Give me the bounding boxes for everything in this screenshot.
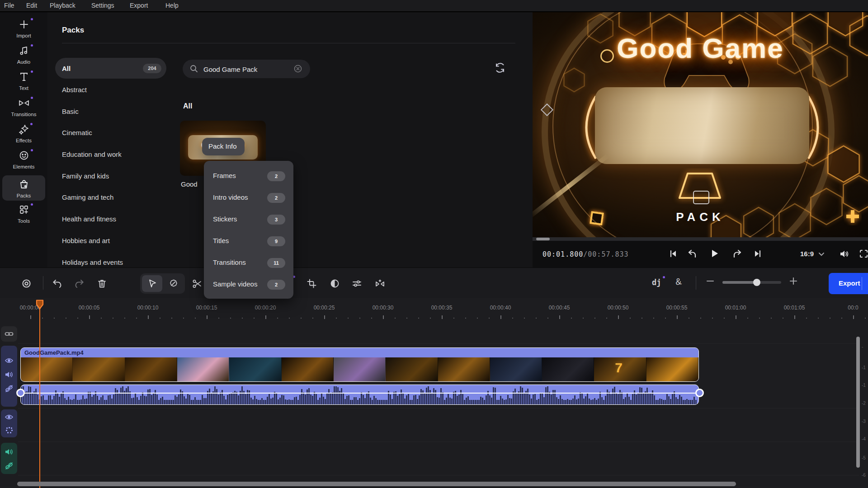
link-off-icon[interactable] [5, 462, 14, 470]
count-badge: 2 [267, 280, 285, 290]
sidebar-item-elements[interactable]: Elements [0, 150, 47, 169]
sidebar-item-effects[interactable]: Effects [0, 124, 47, 143]
preview-subtitle-text: PACK [533, 210, 868, 224]
category-cinematic[interactable]: Cinematic [62, 129, 92, 136]
timeline-zoom-slider[interactable] [722, 281, 781, 284]
meter-label: -3 [862, 419, 866, 424]
refresh-icon[interactable] [494, 62, 506, 74]
category-all[interactable]: All [62, 65, 71, 72]
menu-export[interactable]: Export [130, 2, 148, 9]
horizontal-scrollbar[interactable] [17, 482, 736, 486]
undo-icon[interactable] [52, 278, 62, 289]
category-holidays[interactable]: Holidays and events [62, 258, 123, 266]
aspect-ratio-select[interactable]: 16:9 [800, 250, 814, 258]
sidebar: Import Audio Text Transitions Effects [0, 12, 47, 267]
sidebar-item-packs[interactable]: Packs [0, 179, 47, 198]
ruler-label: 00:00:40 [490, 305, 511, 311]
elements-icon [19, 150, 29, 161]
zoom-in-icon[interactable] [789, 277, 797, 285]
sidebar-item-import[interactable]: Import [0, 19, 47, 38]
category-all-count: 204 [143, 64, 161, 73]
preview-volume-icon[interactable] [839, 249, 849, 259]
notification-dot [31, 149, 33, 151]
preview-seek-bar[interactable] [533, 237, 868, 241]
playhead-marker[interactable] [36, 300, 44, 310]
vertical-scrollbar[interactable] [856, 337, 860, 468]
category-abstract[interactable]: Abstract [62, 86, 87, 94]
zoom-slider-fill [722, 281, 756, 284]
sidebar-item-tools[interactable]: Tools [0, 204, 47, 224]
filmstrip-frame [542, 357, 594, 381]
audio-clip[interactable] [20, 385, 699, 405]
sidebar-item-text[interactable]: Text [0, 71, 47, 91]
panel-divider [62, 43, 515, 43]
link-icon [5, 330, 14, 338]
pack-card-name: Good [181, 180, 198, 188]
playhead-line[interactable] [39, 301, 40, 488]
chevron-down-icon[interactable] [818, 252, 825, 257]
video-clip[interactable]: GoodGamePack.mp4 7 [20, 347, 699, 382]
category-family[interactable]: Family and kids [62, 172, 109, 180]
panel-title: Packs [62, 26, 84, 35]
skip-to-end-icon[interactable] [753, 249, 763, 258]
menu-file[interactable]: File [4, 2, 14, 9]
filmstrip-frame [438, 357, 490, 381]
record-icon[interactable] [21, 278, 32, 289]
dots-icon[interactable] [5, 426, 14, 434]
jump-back-icon[interactable] [687, 249, 697, 259]
delete-icon[interactable] [97, 278, 107, 289]
sidebar-item-transitions[interactable]: Transitions [0, 98, 47, 117]
blade-tool-icon[interactable] [168, 278, 179, 289]
sidebar-item-audio[interactable]: Audio [0, 45, 47, 65]
volume-line[interactable] [21, 393, 698, 394]
transition-tool-icon[interactable] [374, 278, 386, 289]
timeline-toolbar: dj & Export [0, 267, 868, 299]
eye-icon[interactable] [5, 357, 14, 365]
zoom-slider-thumb[interactable] [753, 279, 760, 286]
menu-settings[interactable]: Settings [91, 2, 114, 9]
adjust-sliders-icon[interactable] [352, 278, 362, 289]
ruler-label: 00:00:30 [373, 305, 394, 311]
category-basic[interactable]: Basic [62, 108, 79, 115]
menu-help[interactable]: Help [165, 2, 179, 9]
contrast-icon[interactable] [330, 278, 340, 289]
export-button[interactable]: Export [829, 273, 868, 294]
pack-info-tooltip[interactable]: Pack Info [202, 138, 245, 155]
speaker-icon[interactable] [5, 371, 14, 379]
ruler-label: 00:00:45 [549, 305, 570, 311]
category-gaming[interactable]: Gaming and tech [62, 193, 113, 201]
redo-icon[interactable] [74, 278, 85, 289]
menu-edit[interactable]: Edit [26, 2, 37, 9]
search-clear-icon[interactable] [293, 64, 303, 74]
jump-forward-icon[interactable] [732, 249, 742, 259]
eye-icon[interactable] [5, 413, 14, 421]
audio-waveform [21, 385, 698, 404]
menu-playback[interactable]: Playback [50, 2, 75, 9]
filmstrip-frame [125, 357, 177, 381]
search-box[interactable] [183, 60, 310, 78]
magnetic-snap-icon[interactable]: & [675, 276, 682, 287]
accent-circle [600, 49, 614, 63]
tools-icon [19, 204, 29, 215]
export-split-divider [862, 277, 862, 290]
play-icon[interactable] [709, 248, 720, 259]
filmstrip-frame [229, 357, 281, 381]
clip-right-handle[interactable] [695, 389, 704, 397]
audio-mixer-icon[interactable]: dj [652, 278, 661, 287]
category-hobbies[interactable]: Hobbies and art [62, 237, 110, 244]
skip-to-start-icon[interactable] [668, 249, 678, 258]
category-health[interactable]: Health and fitness [62, 215, 116, 223]
fullscreen-icon[interactable] [859, 249, 868, 258]
preview-player[interactable]: Good Game PACK [533, 12, 868, 237]
track-link-toggle[interactable] [1, 326, 17, 342]
split-scissors-icon[interactable] [192, 278, 203, 289]
select-tool-icon[interactable] [147, 278, 157, 289]
zoom-out-icon[interactable] [706, 277, 714, 285]
ruler-label: 00:00:35 [431, 305, 453, 311]
speaker-icon[interactable] [5, 448, 14, 456]
category-education[interactable]: Education and work [62, 150, 122, 158]
clip-left-handle[interactable] [16, 389, 25, 397]
crop-icon[interactable] [307, 278, 317, 289]
link-off-icon[interactable] [5, 385, 14, 393]
search-input[interactable] [203, 60, 290, 79]
